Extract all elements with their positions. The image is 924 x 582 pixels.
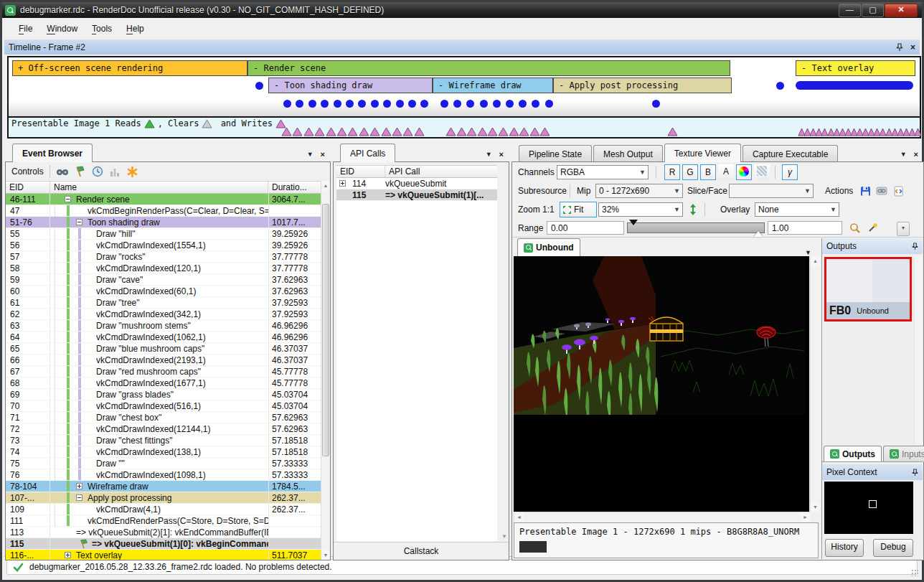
gamma-button[interactable]: γ [782, 164, 798, 180]
event-row-76[interactable]: 76vkCmdDrawIndexed(1098,1)57.33333 [6, 469, 321, 481]
texture-hscrollbar[interactable]: ◄ ► [514, 512, 810, 522]
event-row-107-...[interactable]: 107-...Apply post processing262.37... [6, 492, 321, 504]
event-row-115[interactable]: 115=> vkQueueSubmit(1)[0]: vkBeginComman… [6, 538, 321, 550]
output-thumbnail-fb0[interactable]: FB0 Unbound [824, 257, 912, 321]
timeline-section-bar[interactable]: - Toon shading draw [268, 78, 433, 93]
event-row-59[interactable]: 59Draw "cave"37.62963 [6, 274, 321, 286]
texture-vscrollbar[interactable]: ▲ ▼ [810, 256, 820, 512]
zoom-select[interactable]: 32%▼ [598, 202, 683, 217]
alpha-checker-button[interactable] [754, 164, 770, 180]
callstack-bar[interactable]: Callstack [334, 542, 509, 560]
channel-a-button[interactable]: A [718, 164, 734, 180]
pixel-context-view[interactable] [824, 482, 913, 534]
timeline-body[interactable]: + Off-screen scene rendering- Render sce… [9, 57, 920, 118]
range-min-input[interactable]: 0.00 [547, 221, 624, 235]
collapse-icon[interactable] [76, 494, 82, 501]
expand-icon[interactable] [76, 483, 82, 489]
range-fit-button[interactable] [848, 221, 862, 235]
title-bar[interactable]: debugmarker.rdc - RenderDoc Unofficial r… [2, 2, 922, 18]
api-table-header[interactable]: EID API Call [336, 165, 497, 178]
texture-tabs-dropdown-icon[interactable]: ▼ [805, 249, 811, 256]
event-row-72[interactable]: 72vkCmdDrawIndexed(12144,1)57.62963 [6, 423, 321, 435]
event-row-75[interactable]: 75Draw ""57.33333 [6, 458, 321, 469]
find-icon[interactable] [56, 166, 69, 177]
event-row-69[interactable]: 69Draw "grass blades"45.03704 [6, 389, 321, 400]
flip-y-button[interactable] [686, 202, 700, 217]
tab-unbound-texture[interactable]: Unbound [517, 238, 580, 256]
api-calls-table[interactable]: 114vkQueueSubmit115=> vkQueueSubmit(1)[.… [336, 178, 497, 541]
event-row-46-111[interactable]: 46-111Render scene3064.7... [6, 194, 321, 205]
pin-icon[interactable] [896, 43, 903, 52]
eb-scroll-up[interactable]: ▲ [321, 181, 330, 190]
overlay-select[interactable]: None▼ [755, 202, 839, 217]
api-scroll-down[interactable]: ▼ [501, 533, 507, 540]
tab-outputs[interactable]: Outputs [824, 446, 882, 461]
channel-g-button[interactable]: G [682, 164, 698, 180]
timeline-section-bar[interactable]: + Off-screen scene rendering [12, 60, 248, 76]
timeline-section-bar[interactable]: - Wireframe draw [433, 78, 553, 93]
event-row-56[interactable]: 56vkCmdDrawIndexed(1554,1)39.25926 [6, 240, 321, 251]
collapse-icon[interactable] [76, 219, 82, 225]
event-row-78-104[interactable]: 78-104Wireframe draw1784.5... [6, 481, 321, 492]
event-row-70[interactable]: 70vkCmdDrawIndexed(516,1)45.03704 [6, 400, 321, 412]
event-row-55[interactable]: 55Draw "hill"39.25926 [6, 228, 321, 240]
eb-scrollbar[interactable]: ▲ ▼ [321, 181, 330, 560]
event-row-116-...[interactable]: 116-...Text overlay511.7037 [6, 550, 321, 560]
event-row-67[interactable]: 67Draw "red mushroom caps"45.77778 [6, 366, 321, 377]
minimize-button[interactable]: — [839, 4, 861, 17]
event-row-60[interactable]: 60vkCmdDrawIndexed(60,1)37.62963 [6, 286, 321, 297]
timeline-close-icon[interactable]: × [910, 42, 915, 52]
texture-scroll-down[interactable]: ▼ [811, 502, 820, 512]
resize-grip[interactable] [911, 569, 918, 576]
texture-scroll-up[interactable]: ▲ [811, 256, 820, 266]
collapse-icon[interactable] [65, 196, 71, 202]
autofit-button[interactable] [865, 221, 880, 235]
channel-r-button[interactable]: R [664, 164, 680, 180]
api-call-row-115[interactable]: 115=> vkQueueSubmit(1)[... [336, 189, 497, 201]
event-row-113[interactable]: 113=> vkQueueSubmit(2)[1]: vkEndCommandB… [6, 527, 321, 538]
close-button[interactable]: ✕ [885, 4, 918, 17]
event-row-73[interactable]: 73Draw "chest fittings"57.18518 [6, 435, 321, 446]
colorwheel-button[interactable] [736, 164, 752, 180]
range-white-marker[interactable] [754, 231, 763, 237]
tv-close-icon[interactable]: × [914, 150, 918, 159]
eb-close-icon[interactable]: × [321, 150, 325, 159]
tab-capture-executable[interactable]: Capture Executable [742, 145, 838, 162]
event-table-header[interactable]: EID Name Duratio... [6, 181, 321, 194]
col-duration[interactable]: Duratio... [268, 182, 321, 193]
event-row-57[interactable]: 57Draw "rocks"37.77778 [6, 251, 321, 263]
goto-resource-button[interactable] [891, 184, 905, 198]
outputs-scrollbar[interactable] [914, 257, 922, 443]
event-row-64[interactable]: 64vkCmdDrawIndexed(1062,1)46.96296 [6, 332, 321, 343]
menu-item-tools[interactable]: Tools [85, 21, 119, 37]
maximize-button[interactable]: ▢ [862, 4, 884, 17]
event-row-68[interactable]: 68vkCmdDrawIndexed(1677,1)45.77778 [6, 377, 321, 389]
event-row-66[interactable]: 66vkCmdDrawIndexed(2193,1)46.37037 [6, 355, 321, 366]
event-row-58[interactable]: 58vkCmdDrawIndexed(120,1)37.77778 [6, 263, 321, 274]
pin-icon[interactable] [912, 243, 918, 250]
event-row-109[interactable]: 109vkCmdDraw(4,1)262.37... [6, 504, 321, 515]
tab-api-calls[interactable]: API Calls [340, 144, 395, 162]
eb-dropdown-icon[interactable]: ▼ [307, 151, 314, 158]
texture-scroll-right[interactable]: ► [801, 512, 810, 522]
tab-inputs[interactable]: Inputs [883, 446, 924, 461]
outputs-header[interactable]: Outputs [822, 238, 923, 254]
range-black-marker[interactable] [629, 220, 638, 225]
channels-select[interactable]: RGBA▼ [557, 165, 649, 179]
col-eid[interactable]: EID [6, 182, 50, 193]
range-max-input[interactable]: 1.00 [768, 221, 842, 235]
event-row-74[interactable]: 74vkCmdDrawIndexed(138,1)57.18518 [6, 446, 321, 458]
event-row-62[interactable]: 62vkCmdDrawIndexed(342,1)37.92593 [6, 309, 321, 320]
tab-mesh-output[interactable]: Mesh Output [593, 145, 663, 162]
tab-texture-viewer[interactable]: Texture Viewer [664, 144, 741, 162]
event-row-111[interactable]: 111vkCmdEndRenderPass(C=Store, D=Store, … [6, 515, 321, 527]
save-texture-button[interactable] [858, 184, 872, 198]
eb-scroll-thumb[interactable] [322, 204, 329, 456]
col-api-call[interactable]: API Call [385, 166, 497, 177]
flag-icon[interactable] [75, 166, 86, 177]
event-row-47[interactable]: 47vkCmdBeginRenderPass(C=Clear, D=Clear,… [6, 205, 321, 217]
tab-pipeline-state[interactable]: Pipeline State [519, 145, 592, 162]
menu-item-help[interactable]: Help [119, 21, 151, 37]
api-call-row-114[interactable]: 114vkQueueSubmit [336, 178, 497, 189]
clock-icon[interactable] [92, 166, 103, 177]
